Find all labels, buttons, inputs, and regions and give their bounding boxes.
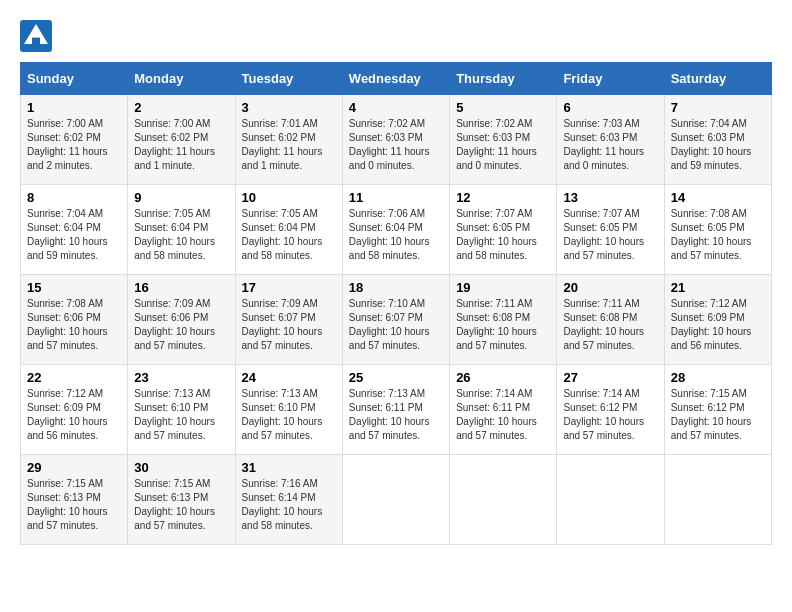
day-number: 24 <box>242 370 336 385</box>
day-number: 13 <box>563 190 657 205</box>
day-info: Sunrise: 7:02 AM Sunset: 6:03 PM Dayligh… <box>349 117 443 173</box>
day-number: 3 <box>242 100 336 115</box>
column-header-wednesday: Wednesday <box>342 63 449 95</box>
day-info: Sunrise: 7:16 AM Sunset: 6:14 PM Dayligh… <box>242 477 336 533</box>
calendar-week-1: 1Sunrise: 7:00 AM Sunset: 6:02 PM Daylig… <box>21 95 772 185</box>
calendar-week-2: 8Sunrise: 7:04 AM Sunset: 6:04 PM Daylig… <box>21 185 772 275</box>
calendar-cell: 15Sunrise: 7:08 AM Sunset: 6:06 PM Dayli… <box>21 275 128 365</box>
day-number: 18 <box>349 280 443 295</box>
day-number: 26 <box>456 370 550 385</box>
day-number: 4 <box>349 100 443 115</box>
day-info: Sunrise: 7:11 AM Sunset: 6:08 PM Dayligh… <box>456 297 550 353</box>
day-info: Sunrise: 7:05 AM Sunset: 6:04 PM Dayligh… <box>134 207 228 263</box>
day-info: Sunrise: 7:15 AM Sunset: 6:13 PM Dayligh… <box>134 477 228 533</box>
day-number: 14 <box>671 190 765 205</box>
day-info: Sunrise: 7:15 AM Sunset: 6:13 PM Dayligh… <box>27 477 121 533</box>
day-number: 9 <box>134 190 228 205</box>
calendar-cell: 1Sunrise: 7:00 AM Sunset: 6:02 PM Daylig… <box>21 95 128 185</box>
day-info: Sunrise: 7:08 AM Sunset: 6:06 PM Dayligh… <box>27 297 121 353</box>
calendar-cell <box>342 455 449 545</box>
day-number: 15 <box>27 280 121 295</box>
column-header-friday: Friday <box>557 63 664 95</box>
calendar-cell: 16Sunrise: 7:09 AM Sunset: 6:06 PM Dayli… <box>128 275 235 365</box>
calendar-cell: 24Sunrise: 7:13 AM Sunset: 6:10 PM Dayli… <box>235 365 342 455</box>
calendar-cell: 20Sunrise: 7:11 AM Sunset: 6:08 PM Dayli… <box>557 275 664 365</box>
day-info: Sunrise: 7:14 AM Sunset: 6:11 PM Dayligh… <box>456 387 550 443</box>
calendar-cell: 8Sunrise: 7:04 AM Sunset: 6:04 PM Daylig… <box>21 185 128 275</box>
calendar-cell: 18Sunrise: 7:10 AM Sunset: 6:07 PM Dayli… <box>342 275 449 365</box>
day-number: 17 <box>242 280 336 295</box>
column-header-thursday: Thursday <box>450 63 557 95</box>
day-number: 27 <box>563 370 657 385</box>
column-header-monday: Monday <box>128 63 235 95</box>
column-header-tuesday: Tuesday <box>235 63 342 95</box>
day-number: 8 <box>27 190 121 205</box>
day-number: 2 <box>134 100 228 115</box>
day-info: Sunrise: 7:04 AM Sunset: 6:04 PM Dayligh… <box>27 207 121 263</box>
calendar-cell: 12Sunrise: 7:07 AM Sunset: 6:05 PM Dayli… <box>450 185 557 275</box>
calendar-cell: 26Sunrise: 7:14 AM Sunset: 6:11 PM Dayli… <box>450 365 557 455</box>
day-info: Sunrise: 7:07 AM Sunset: 6:05 PM Dayligh… <box>456 207 550 263</box>
calendar-cell: 5Sunrise: 7:02 AM Sunset: 6:03 PM Daylig… <box>450 95 557 185</box>
day-info: Sunrise: 7:09 AM Sunset: 6:07 PM Dayligh… <box>242 297 336 353</box>
svg-rect-2 <box>32 38 40 44</box>
day-info: Sunrise: 7:10 AM Sunset: 6:07 PM Dayligh… <box>349 297 443 353</box>
day-number: 25 <box>349 370 443 385</box>
calendar-cell: 30Sunrise: 7:15 AM Sunset: 6:13 PM Dayli… <box>128 455 235 545</box>
calendar-cell: 17Sunrise: 7:09 AM Sunset: 6:07 PM Dayli… <box>235 275 342 365</box>
calendar-cell: 25Sunrise: 7:13 AM Sunset: 6:11 PM Dayli… <box>342 365 449 455</box>
day-info: Sunrise: 7:08 AM Sunset: 6:05 PM Dayligh… <box>671 207 765 263</box>
calendar-cell: 2Sunrise: 7:00 AM Sunset: 6:02 PM Daylig… <box>128 95 235 185</box>
day-info: Sunrise: 7:00 AM Sunset: 6:02 PM Dayligh… <box>27 117 121 173</box>
day-info: Sunrise: 7:00 AM Sunset: 6:02 PM Dayligh… <box>134 117 228 173</box>
day-number: 31 <box>242 460 336 475</box>
day-number: 5 <box>456 100 550 115</box>
calendar-cell: 6Sunrise: 7:03 AM Sunset: 6:03 PM Daylig… <box>557 95 664 185</box>
calendar-week-3: 15Sunrise: 7:08 AM Sunset: 6:06 PM Dayli… <box>21 275 772 365</box>
day-number: 29 <box>27 460 121 475</box>
calendar-cell: 22Sunrise: 7:12 AM Sunset: 6:09 PM Dayli… <box>21 365 128 455</box>
day-number: 23 <box>134 370 228 385</box>
calendar-cell: 27Sunrise: 7:14 AM Sunset: 6:12 PM Dayli… <box>557 365 664 455</box>
day-info: Sunrise: 7:07 AM Sunset: 6:05 PM Dayligh… <box>563 207 657 263</box>
day-info: Sunrise: 7:09 AM Sunset: 6:06 PM Dayligh… <box>134 297 228 353</box>
day-number: 1 <box>27 100 121 115</box>
column-header-sunday: Sunday <box>21 63 128 95</box>
day-info: Sunrise: 7:14 AM Sunset: 6:12 PM Dayligh… <box>563 387 657 443</box>
calendar-header-row: SundayMondayTuesdayWednesdayThursdayFrid… <box>21 63 772 95</box>
logo-icon <box>20 20 52 52</box>
day-info: Sunrise: 7:05 AM Sunset: 6:04 PM Dayligh… <box>242 207 336 263</box>
calendar-week-5: 29Sunrise: 7:15 AM Sunset: 6:13 PM Dayli… <box>21 455 772 545</box>
day-number: 22 <box>27 370 121 385</box>
calendar-cell: 11Sunrise: 7:06 AM Sunset: 6:04 PM Dayli… <box>342 185 449 275</box>
day-number: 16 <box>134 280 228 295</box>
day-info: Sunrise: 7:06 AM Sunset: 6:04 PM Dayligh… <box>349 207 443 263</box>
day-info: Sunrise: 7:03 AM Sunset: 6:03 PM Dayligh… <box>563 117 657 173</box>
day-number: 20 <box>563 280 657 295</box>
logo <box>20 20 56 52</box>
day-number: 30 <box>134 460 228 475</box>
calendar-cell: 13Sunrise: 7:07 AM Sunset: 6:05 PM Dayli… <box>557 185 664 275</box>
day-info: Sunrise: 7:13 AM Sunset: 6:10 PM Dayligh… <box>134 387 228 443</box>
day-info: Sunrise: 7:04 AM Sunset: 6:03 PM Dayligh… <box>671 117 765 173</box>
calendar-cell <box>664 455 771 545</box>
calendar-cell: 21Sunrise: 7:12 AM Sunset: 6:09 PM Dayli… <box>664 275 771 365</box>
calendar-week-4: 22Sunrise: 7:12 AM Sunset: 6:09 PM Dayli… <box>21 365 772 455</box>
page-header <box>20 20 772 52</box>
day-info: Sunrise: 7:12 AM Sunset: 6:09 PM Dayligh… <box>671 297 765 353</box>
calendar-cell: 10Sunrise: 7:05 AM Sunset: 6:04 PM Dayli… <box>235 185 342 275</box>
day-info: Sunrise: 7:11 AM Sunset: 6:08 PM Dayligh… <box>563 297 657 353</box>
day-number: 7 <box>671 100 765 115</box>
day-info: Sunrise: 7:13 AM Sunset: 6:10 PM Dayligh… <box>242 387 336 443</box>
calendar-cell: 7Sunrise: 7:04 AM Sunset: 6:03 PM Daylig… <box>664 95 771 185</box>
day-number: 10 <box>242 190 336 205</box>
calendar-table: SundayMondayTuesdayWednesdayThursdayFrid… <box>20 62 772 545</box>
day-info: Sunrise: 7:02 AM Sunset: 6:03 PM Dayligh… <box>456 117 550 173</box>
day-number: 6 <box>563 100 657 115</box>
calendar-cell: 3Sunrise: 7:01 AM Sunset: 6:02 PM Daylig… <box>235 95 342 185</box>
calendar-cell: 31Sunrise: 7:16 AM Sunset: 6:14 PM Dayli… <box>235 455 342 545</box>
calendar-cell: 9Sunrise: 7:05 AM Sunset: 6:04 PM Daylig… <box>128 185 235 275</box>
calendar-cell <box>450 455 557 545</box>
day-number: 12 <box>456 190 550 205</box>
day-info: Sunrise: 7:13 AM Sunset: 6:11 PM Dayligh… <box>349 387 443 443</box>
